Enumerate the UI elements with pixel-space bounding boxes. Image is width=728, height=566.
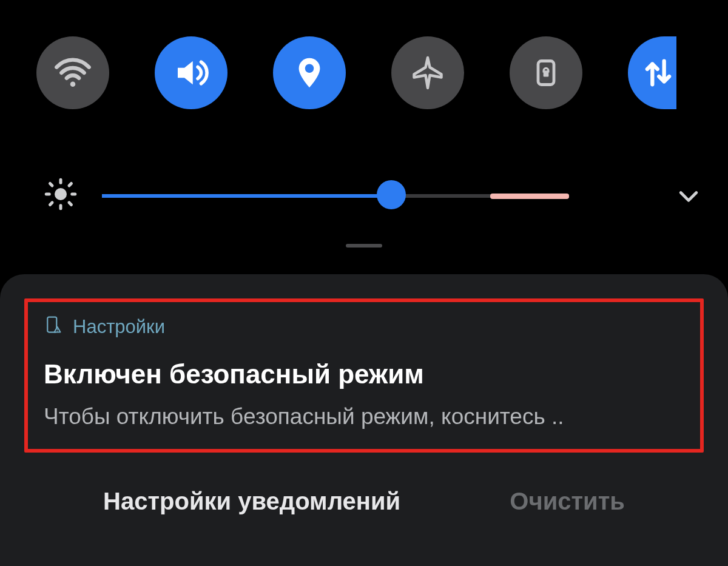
- svg-point-15: [57, 331, 58, 332]
- notification-settings-button[interactable]: Настройки уведомлений: [103, 488, 400, 515]
- svg-point-1: [305, 64, 314, 73]
- brightness-expand-button[interactable]: [670, 185, 707, 209]
- location-toggle[interactable]: [273, 36, 346, 109]
- phone-warning-icon: [44, 315, 62, 339]
- airplane-mode-toggle[interactable]: [391, 36, 464, 109]
- mobile-data-toggle[interactable]: [628, 36, 676, 109]
- sound-toggle[interactable]: [155, 36, 228, 109]
- tutorial-highlight-box: Настройки Включен безопасный режим Чтобы…: [24, 298, 704, 453]
- data-transfer-icon: [641, 55, 676, 90]
- airplane-icon: [410, 55, 446, 91]
- svg-line-11: [50, 203, 53, 205]
- brightness-overbright-zone: [490, 194, 569, 199]
- svg-point-4: [55, 188, 67, 200]
- notification-body: Чтобы отключить безопасный режим, коснит…: [44, 404, 684, 430]
- rotation-lock-toggle[interactable]: [510, 36, 582, 109]
- location-icon: [292, 55, 327, 90]
- chevron-down-icon: [675, 183, 702, 212]
- brightness-fill: [102, 194, 391, 198]
- notification-source-app: Настройки: [73, 316, 165, 338]
- panel-drag-handle[interactable]: [346, 244, 382, 248]
- brightness-row: [0, 158, 728, 224]
- notification-source: Настройки: [44, 315, 684, 339]
- rotation-lock-icon: [530, 57, 562, 89]
- wifi-toggle[interactable]: [36, 36, 109, 109]
- notification-card[interactable]: Настройки Включен безопасный режим Чтобы…: [0, 274, 728, 566]
- brightness-icon: [36, 176, 85, 212]
- brightness-thumb[interactable]: [377, 180, 406, 209]
- wifi-icon: [53, 53, 92, 92]
- quick-settings-row: [36, 36, 710, 109]
- svg-line-10: [69, 203, 72, 205]
- notification-footer: Настройки уведомлений Очистить: [24, 488, 704, 515]
- notification-shade: Настройки Включен безопасный режим Чтобы…: [0, 261, 728, 566]
- sound-icon: [171, 53, 211, 93]
- svg-line-9: [50, 184, 53, 186]
- svg-point-0: [70, 81, 76, 87]
- notification-title: Включен безопасный режим: [44, 359, 684, 389]
- clear-all-button[interactable]: Очистить: [510, 488, 625, 515]
- brightness-slider[interactable]: [102, 189, 569, 201]
- svg-line-12: [69, 184, 72, 186]
